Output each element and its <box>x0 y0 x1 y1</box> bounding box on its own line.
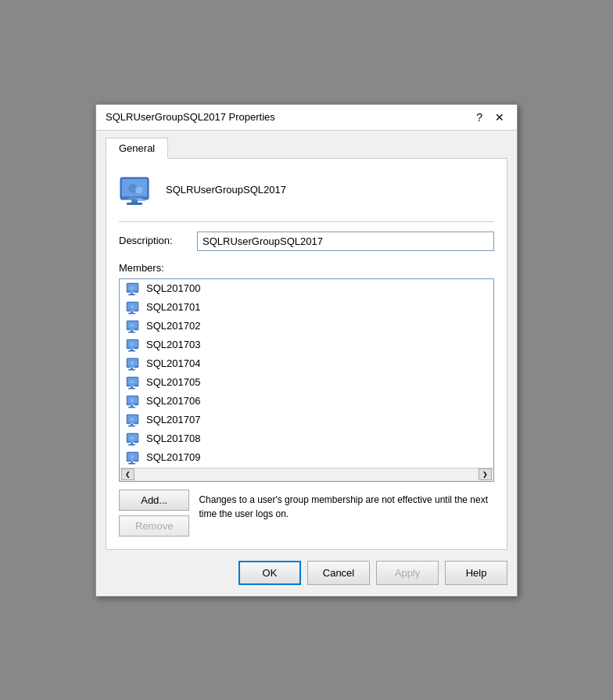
svg-rect-45 <box>128 425 135 427</box>
description-label: Description: <box>119 232 197 246</box>
member-icon <box>126 431 142 447</box>
group-icon <box>119 171 156 209</box>
member-name: SQL201706 <box>146 395 200 407</box>
members-label: Members: <box>119 262 494 274</box>
member-name: SQL201709 <box>146 451 200 463</box>
member-icon <box>126 450 142 465</box>
svg-point-28 <box>131 361 134 364</box>
horizontal-scrollbar[interactable]: ❮ ❯ <box>120 468 493 481</box>
group-header: SQLRUserGroupSQL2017 <box>119 171 494 209</box>
list-item[interactable]: SQL201706 <box>120 392 493 411</box>
svg-point-38 <box>131 398 134 402</box>
list-item[interactable]: SQL201702 <box>120 317 493 336</box>
svg-rect-9 <box>131 293 133 294</box>
list-item[interactable]: SQL201705 <box>120 373 493 392</box>
member-icon <box>126 356 142 372</box>
svg-point-48 <box>131 436 134 440</box>
window-title: SQLRUserGroupSQL2017 Properties <box>106 111 275 123</box>
svg-point-18 <box>131 323 134 327</box>
member-name: SQL201702 <box>146 320 200 332</box>
member-name: SQL201704 <box>146 357 200 369</box>
members-actions: Add... Remove Changes to a user's group … <box>119 490 494 537</box>
tab-general[interactable]: General <box>106 138 168 159</box>
svg-rect-34 <box>131 386 133 388</box>
svg-rect-29 <box>131 368 133 369</box>
title-bar-controls: ? ✕ <box>473 111 507 124</box>
svg-rect-5 <box>127 203 142 205</box>
cancel-button[interactable]: Cancel <box>307 561 370 585</box>
description-row: Description: <box>119 232 494 251</box>
member-icon <box>126 281 142 296</box>
close-button[interactable]: ✕ <box>492 111 507 124</box>
svg-rect-39 <box>131 405 133 407</box>
scroll-track <box>134 468 479 480</box>
svg-rect-4 <box>131 199 138 203</box>
members-section: Members: SQL201700 SQL201701 <box>119 262 494 537</box>
tabs-bar: General <box>96 131 517 158</box>
svg-rect-30 <box>128 369 135 371</box>
svg-rect-49 <box>131 443 133 444</box>
member-name: SQL201703 <box>146 339 200 350</box>
notice-text: Changes to a user's group membership are… <box>199 490 494 521</box>
list-item[interactable]: SQL201709 <box>120 448 493 467</box>
add-button[interactable]: Add... <box>119 490 189 511</box>
member-icon <box>126 300 142 315</box>
svg-rect-44 <box>131 424 133 425</box>
content-area: SQLRUserGroupSQL2017 Description: Member… <box>106 158 507 550</box>
svg-rect-15 <box>128 313 135 314</box>
list-item[interactable]: SQL201701 <box>120 298 493 317</box>
footer: OK Cancel Apply Help <box>96 550 517 596</box>
member-name: SQL201700 <box>146 282 200 294</box>
svg-point-8 <box>131 285 134 289</box>
svg-rect-10 <box>128 294 135 296</box>
member-name: SQL201707 <box>146 414 200 425</box>
members-list-container: SQL201700 SQL201701 SQL201702 SQL201703 <box>119 278 494 482</box>
remove-button[interactable]: Remove <box>119 515 189 537</box>
help-button[interactable]: Help <box>445 561 507 585</box>
action-buttons: Add... Remove <box>119 490 189 537</box>
list-item[interactable]: SQL201704 <box>120 354 493 373</box>
list-item[interactable]: SQL201708 <box>120 429 493 448</box>
apply-button[interactable]: Apply <box>376 561 439 585</box>
svg-rect-55 <box>128 463 135 465</box>
list-item[interactable]: SQL201700 <box>120 279 493 298</box>
member-name: SQL201708 <box>146 433 200 444</box>
description-input[interactable] <box>197 232 494 251</box>
users-icon <box>119 171 156 209</box>
members-list-scroll[interactable]: SQL201700 SQL201701 SQL201702 SQL201703 <box>120 279 493 468</box>
group-name-label: SQLRUserGroupSQL2017 <box>166 184 286 196</box>
header-divider <box>119 221 494 222</box>
svg-point-13 <box>131 304 134 308</box>
svg-point-23 <box>131 342 134 346</box>
help-icon[interactable]: ? <box>473 111 486 124</box>
ok-button[interactable]: OK <box>238 561 301 585</box>
member-name: SQL201705 <box>146 376 200 388</box>
svg-rect-20 <box>128 332 135 333</box>
svg-point-33 <box>131 379 134 383</box>
member-name: SQL201701 <box>146 301 200 313</box>
svg-rect-54 <box>131 461 133 463</box>
svg-rect-24 <box>131 349 133 350</box>
svg-point-43 <box>131 417 134 421</box>
svg-rect-19 <box>131 330 133 332</box>
svg-rect-14 <box>131 311 133 313</box>
member-icon <box>126 337 142 353</box>
svg-point-3 <box>135 186 143 194</box>
scroll-left-button[interactable]: ❮ <box>121 468 134 480</box>
svg-rect-50 <box>128 444 135 446</box>
list-item[interactable]: SQL201703 <box>120 336 493 354</box>
title-bar: SQLRUserGroupSQL2017 Properties ? ✕ <box>96 105 517 131</box>
svg-rect-35 <box>128 388 135 389</box>
member-icon <box>126 393 142 409</box>
svg-point-53 <box>131 454 134 458</box>
dialog-window: SQLRUserGroupSQL2017 Properties ? ✕ Gene… <box>95 104 518 597</box>
svg-rect-40 <box>128 407 135 408</box>
list-item[interactable]: SQL201707 <box>120 411 493 429</box>
member-icon <box>126 375 142 390</box>
member-icon <box>126 412 142 428</box>
scroll-right-button[interactable]: ❯ <box>479 468 492 480</box>
member-icon <box>126 318 142 334</box>
svg-rect-25 <box>128 350 135 352</box>
